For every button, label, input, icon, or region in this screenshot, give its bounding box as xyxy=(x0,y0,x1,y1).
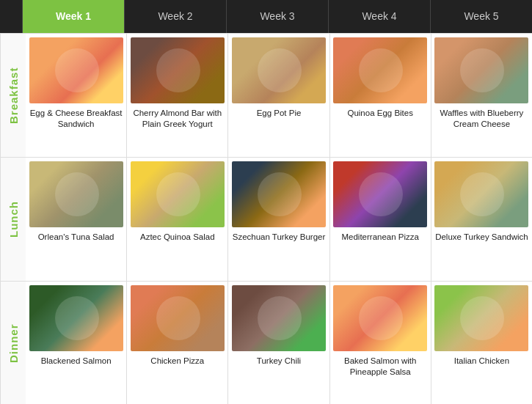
meal-image xyxy=(131,161,225,227)
meal-image xyxy=(131,285,225,351)
meal-items-breakfast: Egg & Cheese Breakfast SandwichCherry Al… xyxy=(26,34,532,157)
meal-label-breakfast: Breakfast xyxy=(0,34,26,157)
meal-image xyxy=(232,285,326,351)
meal-name: Deluxe Turkey Sandwich xyxy=(434,232,530,243)
meal-label-lunch: Lunch xyxy=(0,158,26,281)
meal-name: Egg Pot Pie xyxy=(255,108,303,119)
meal-name: Aztec Quinoa Salad xyxy=(139,232,216,243)
meal-name: Turkey Chili xyxy=(255,356,302,367)
meal-image xyxy=(232,161,326,227)
meal-item[interactable]: Quinoa Egg Bites xyxy=(330,34,431,157)
meal-item[interactable]: Mediterranean Pizza xyxy=(330,158,431,281)
meal-image xyxy=(232,37,326,103)
meal-image xyxy=(434,285,528,351)
meal-row-breakfast: BreakfastEgg & Cheese Breakfast Sandwich… xyxy=(0,33,532,157)
week-tab-2[interactable]: Week 2 xyxy=(124,0,226,33)
meal-item[interactable]: Italian Chicken xyxy=(431,282,532,404)
week-tab-4[interactable]: Week 4 xyxy=(328,0,430,33)
meal-items-lunch: Orlean's Tuna SaladAztec Quinoa SaladSze… xyxy=(26,158,532,281)
meal-item[interactable]: Egg Pot Pie xyxy=(228,34,329,157)
meal-name: Orlean's Tuna Salad xyxy=(37,232,116,243)
meal-image xyxy=(131,37,225,103)
meal-item[interactable]: Egg & Cheese Breakfast Sandwich xyxy=(26,34,127,157)
app-header: Week 1Week 2Week 3Week 4Week 5 xyxy=(0,0,532,33)
meal-item[interactable]: Chicken Pizza xyxy=(127,282,228,404)
week-tab-3[interactable]: Week 3 xyxy=(226,0,328,33)
meal-image xyxy=(29,161,123,227)
meal-items-dinner: Blackened SalmonChicken PizzaTurkey Chil… xyxy=(26,282,532,404)
meal-name: Egg & Cheese Breakfast Sandwich xyxy=(28,108,124,130)
meal-item[interactable]: Baked Salmon with Pineapple Salsa xyxy=(330,282,431,404)
meal-item[interactable]: Deluxe Turkey Sandwich xyxy=(431,158,532,281)
meal-name: Waffles with Blueberry Cream Cheese xyxy=(434,108,530,130)
meal-item[interactable]: Aztec Quinoa Salad xyxy=(127,158,228,281)
meal-name: Italian Chicken xyxy=(453,356,511,367)
meal-image xyxy=(434,161,528,227)
meal-image xyxy=(29,37,123,103)
meal-image xyxy=(333,161,427,227)
meal-image xyxy=(333,37,427,103)
meal-row-dinner: DinnerBlackened SalmonChicken PizzaTurke… xyxy=(0,281,532,404)
week-tabs: Week 1Week 2Week 3Week 4Week 5 xyxy=(22,0,532,33)
meal-item[interactable]: Waffles with Blueberry Cream Cheese xyxy=(431,34,532,157)
meal-name: Blackened Salmon xyxy=(40,356,113,367)
meal-image xyxy=(29,285,123,351)
meal-item[interactable]: Blackened Salmon xyxy=(26,282,127,404)
meal-name: Chicken Pizza xyxy=(149,356,205,367)
meal-name: Quinoa Egg Bites xyxy=(346,108,415,119)
week-tab-1[interactable]: Week 1 xyxy=(22,0,124,33)
meal-name: Mediterranean Pizza xyxy=(340,232,420,243)
meal-item[interactable]: Orlean's Tuna Salad xyxy=(26,158,127,281)
week-tab-5[interactable]: Week 5 xyxy=(430,0,532,33)
meal-image xyxy=(434,37,528,103)
meal-item[interactable]: Turkey Chili xyxy=(228,282,329,404)
meal-grid: BreakfastEgg & Cheese Breakfast Sandwich… xyxy=(0,33,532,404)
meal-item[interactable]: Szechuan Turkey Burger xyxy=(228,158,329,281)
meal-row-lunch: LunchOrlean's Tuna SaladAztec Quinoa Sal… xyxy=(0,157,532,281)
meal-item[interactable]: Cherry Almond Bar with Plain Greek Yogur… xyxy=(127,34,228,157)
meal-name: Szechuan Turkey Burger xyxy=(231,232,327,243)
meal-image xyxy=(333,285,427,351)
meal-name: Baked Salmon with Pineapple Salsa xyxy=(332,356,429,378)
meal-label-dinner: Dinner xyxy=(0,282,26,404)
meal-name: Cherry Almond Bar with Plain Greek Yogur… xyxy=(129,108,225,130)
